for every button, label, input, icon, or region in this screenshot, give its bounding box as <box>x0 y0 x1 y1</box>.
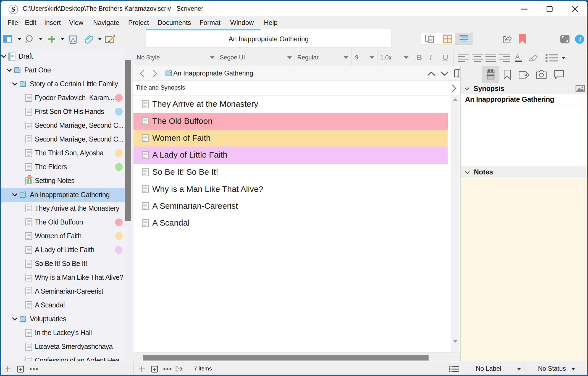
svg-text:i: i <box>579 36 581 43</box>
